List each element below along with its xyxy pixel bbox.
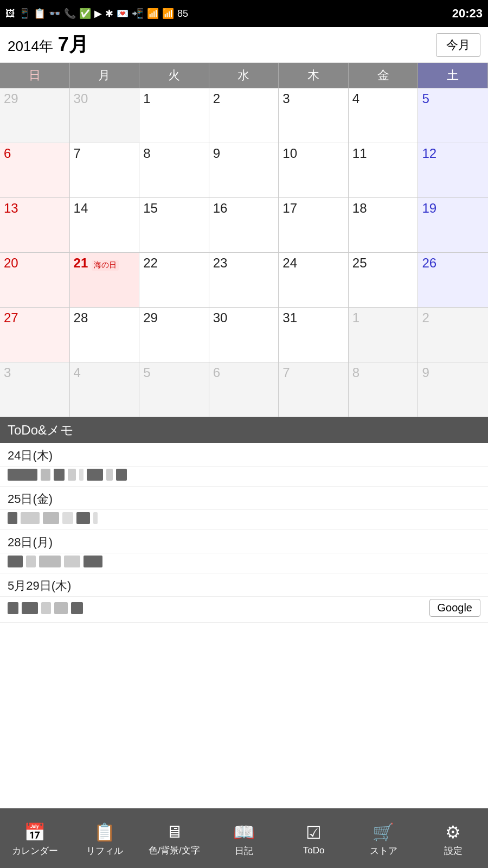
todo-date-28: 28日(月) [0, 530, 488, 553]
cal-day-4[interactable]: 4 [349, 88, 419, 143]
cal-day-3[interactable]: 3 [279, 88, 349, 143]
cal-day-20[interactable]: 20 [0, 253, 70, 307]
cal-day-14[interactable]: 14 [70, 198, 140, 252]
cal-day-6-aug[interactable]: 6 [209, 362, 279, 417]
nav-todo[interactable]: ☑ ToDo [279, 822, 349, 856]
icon-vr: 👓 [49, 8, 61, 20]
calendar-year: 2014年 [8, 38, 53, 54]
todo-block [71, 602, 83, 614]
cal-day-28[interactable]: 28 [70, 308, 140, 362]
cal-day-8[interactable]: 8 [139, 143, 209, 197]
todo-block [54, 602, 68, 614]
cal-day-8-aug[interactable]: 8 [349, 362, 419, 417]
cal-day-19[interactable]: 19 [418, 198, 488, 252]
nav-store-label: ストア [370, 845, 397, 857]
holiday-label-umi: 海の日 [92, 260, 119, 271]
cal-day-21[interactable]: 21 海の日 [70, 253, 140, 307]
cal-day-27[interactable]: 27 [0, 308, 70, 362]
diary-nav-icon: 📖 [233, 822, 255, 843]
cal-day-5[interactable]: 5 [418, 88, 488, 143]
cal-day-31[interactable]: 31 [279, 308, 349, 362]
cal-day-12[interactable]: 12 [418, 143, 488, 197]
cal-day-17[interactable]: 17 [279, 198, 349, 252]
nav-refill[interactable]: 📋 リフィル [70, 822, 140, 857]
todo-items-24 [0, 467, 488, 487]
cal-day-24[interactable]: 24 [279, 253, 349, 307]
todo-header: ToDo&メモ [0, 417, 488, 443]
cal-day-22[interactable]: 22 [139, 253, 209, 307]
nav-color[interactable]: 🖥 色/背景/文字 [139, 822, 209, 857]
cal-day-18[interactable]: 18 [349, 198, 419, 252]
cal-day-1[interactable]: 1 [139, 88, 209, 143]
cal-day-29-jun[interactable]: 29 [0, 88, 70, 143]
todo-block [21, 512, 40, 524]
icon-call: 📞 [64, 8, 76, 20]
cal-day-6[interactable]: 6 [0, 143, 70, 197]
icon-check: ✅ [79, 8, 91, 20]
cal-day-29[interactable]: 29 [139, 308, 209, 362]
todo-list[interactable]: 24日(木) 25日(金) 28日( [0, 443, 488, 808]
todo-items-28 [0, 553, 488, 573]
todo-block [22, 602, 38, 614]
cal-day-13[interactable]: 13 [0, 198, 70, 252]
nav-diary[interactable]: 📖 日記 [209, 822, 279, 857]
nav-settings[interactable]: ⚙ 設定 [418, 822, 488, 857]
calendar-week-1: 29 30 1 2 3 4 5 [0, 88, 488, 143]
icon-bluetooth: ✱ [105, 8, 113, 20]
calendar-body: 29 30 1 2 3 4 5 6 7 8 9 10 11 12 13 14 [0, 88, 488, 417]
cal-day-5-aug[interactable]: 5 [139, 362, 209, 417]
icon-phone2: 📲 [132, 8, 144, 20]
calendar-week-2: 6 7 8 9 10 11 12 [0, 143, 488, 198]
nav-calendar[interactable]: 📅 カレンダー [0, 822, 70, 857]
cal-day-9-aug[interactable]: 9 [418, 362, 488, 417]
todo-block [87, 469, 103, 481]
todo-block [8, 469, 37, 481]
calendar-header: 2014年 7月 今月 [0, 27, 488, 63]
cal-day-30-jun[interactable]: 30 [70, 88, 140, 143]
nav-calendar-label: カレンダー [12, 845, 58, 857]
cal-day-23[interactable]: 23 [209, 253, 279, 307]
cal-day-26[interactable]: 26 [418, 253, 488, 307]
cal-day-15[interactable]: 15 [139, 198, 209, 252]
cal-day-10[interactable]: 10 [279, 143, 349, 197]
todo-block [26, 556, 36, 567]
nav-store[interactable]: 🛒 ストア [349, 822, 419, 857]
cal-day-3-aug[interactable]: 3 [0, 362, 70, 417]
icon-mail: 💌 [117, 8, 129, 20]
status-time: 20:23 [452, 7, 483, 21]
todo-block [41, 602, 51, 614]
cal-day-11[interactable]: 11 [349, 143, 419, 197]
cal-day-1-aug[interactable]: 1 [349, 308, 419, 362]
calendar-week-header: 日 月 火 水 木 金 土 [0, 63, 488, 88]
calendar-month: 7月 [58, 33, 88, 55]
status-bar: 🖼 📱 📋 👓 📞 ✅ ▶ ✱ 💌 📲 📶 📶 85 20:23 [0, 0, 488, 27]
google-button[interactable]: Google [429, 599, 481, 617]
icon-clipboard: 📋 [34, 8, 46, 20]
todo-block [84, 556, 102, 567]
todo-block [106, 469, 113, 481]
todo-block [8, 512, 17, 524]
cal-day-25[interactable]: 25 [349, 253, 419, 307]
todo-block [43, 512, 59, 524]
settings-nav-icon: ⚙ [445, 822, 461, 843]
today-button[interactable]: 今月 [436, 33, 480, 57]
cal-day-2[interactable]: 2 [209, 88, 279, 143]
todo-block [62, 512, 73, 524]
cal-day-4-aug[interactable]: 4 [70, 362, 140, 417]
todo-block [76, 512, 90, 524]
header-thu: 木 [279, 63, 349, 88]
cal-day-16[interactable]: 16 [209, 198, 279, 252]
todo-nav-icon: ☑ [306, 822, 322, 843]
calendar-nav-icon: 📅 [24, 822, 46, 843]
todo-date-may29: 5月29日(木) [0, 573, 488, 597]
todo-block [116, 469, 127, 481]
cal-day-7-aug[interactable]: 7 [279, 362, 349, 417]
icon-image: 🖼 [5, 8, 15, 20]
icon-play: ▶ [94, 8, 102, 20]
cal-day-2-aug[interactable]: 2 [418, 308, 488, 362]
nav-todo-label: ToDo [303, 845, 325, 856]
header-wed: 水 [209, 63, 279, 88]
cal-day-7[interactable]: 7 [70, 143, 140, 197]
cal-day-30[interactable]: 30 [209, 308, 279, 362]
cal-day-9[interactable]: 9 [209, 143, 279, 197]
